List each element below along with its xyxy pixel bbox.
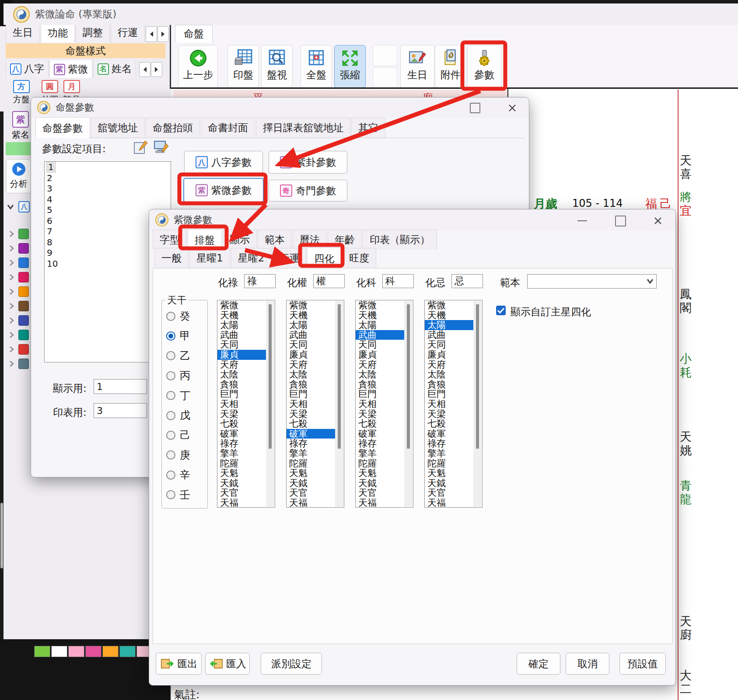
dialog2-tab-年齡[interactable]: 年齡	[328, 230, 362, 250]
star-item-破軍[interactable]: 破軍	[425, 429, 474, 439]
star-item-陀羅[interactable]: 陀羅	[356, 459, 405, 469]
star-item-天相[interactable]: 天相	[287, 399, 336, 409]
star-item-天梁[interactable]: 天梁	[217, 409, 266, 419]
star-item-太陽[interactable]: 太陽	[217, 320, 266, 330]
left-scrollbar-thumb[interactable]	[0, 503, 3, 568]
dialog2-maximize-button[interactable]	[614, 215, 627, 227]
star-item-天機[interactable]: 天機	[287, 310, 336, 320]
star-item-貪狼[interactable]: 貪狼	[356, 380, 405, 390]
star-item-貪狼[interactable]: 貪狼	[287, 380, 336, 390]
button-奇門參數[interactable]: 奇奇門參數	[269, 180, 347, 202]
tree-item[interactable]	[9, 243, 29, 254]
tab-scroll-left-button[interactable]	[146, 26, 157, 42]
style-tab-紫微[interactable]: 紫紫微	[49, 60, 92, 78]
star-item-巨門[interactable]: 巨門	[356, 389, 405, 399]
star-item-巨門[interactable]: 巨門	[287, 389, 336, 399]
toolbar-button-上一步[interactable]: 上一步	[178, 45, 218, 88]
dialog2-subtab-行運[interactable]: 行運	[272, 248, 306, 268]
star-item-七殺[interactable]: 七殺	[425, 419, 474, 429]
tree-item[interactable]	[9, 229, 29, 239]
color-swatch[interactable]	[119, 646, 136, 657]
star-item-天福[interactable]: 天福	[425, 498, 474, 508]
dialog2-tab-排盤[interactable]: 排盤	[188, 229, 222, 250]
dialog1-tab-命盤抬頭[interactable]: 命盤抬頭	[146, 118, 200, 138]
dialog1-tab-命盤參數[interactable]: 命盤參數	[35, 117, 90, 138]
edit-on-screen-icon[interactable]	[154, 139, 169, 155]
star-item-陀羅[interactable]: 陀羅	[217, 459, 266, 469]
stem-radio-甲[interactable]: 甲	[166, 329, 190, 343]
star-item-天官[interactable]: 天官	[356, 488, 405, 498]
star-item-武曲[interactable]: 武曲	[425, 330, 474, 340]
star-item-天官[interactable]: 天官	[217, 488, 266, 498]
star-item-天魁[interactable]: 天魁	[287, 468, 336, 478]
stem-radio-丁[interactable]: 丁	[166, 389, 190, 403]
list-scrollbar-thumb[interactable]	[407, 304, 410, 449]
color-swatch[interactable]	[51, 646, 67, 657]
list-scrollbar[interactable]	[266, 301, 274, 507]
star-listbox-化祿[interactable]: 紫微天機太陽武曲天同廉貞天府太陰貪狼巨門天相天梁七殺破軍祿存擎羊陀羅天魁天鉞天官…	[217, 300, 275, 508]
star-item-祿存[interactable]: 祿存	[217, 439, 266, 449]
toolbar-button-張縮[interactable]: 張縮	[334, 45, 366, 88]
star-item-天府[interactable]: 天府	[287, 360, 336, 370]
star-item-天相[interactable]: 天相	[217, 399, 266, 409]
list-scrollbar-thumb[interactable]	[269, 304, 272, 449]
dialog2-subtab-旺度[interactable]: 旺度	[342, 248, 376, 268]
star-item-陀羅[interactable]: 陀羅	[425, 459, 474, 469]
dialog2-subtab-星曜1[interactable]: 星曜1	[189, 248, 230, 268]
list-scrollbar[interactable]	[404, 301, 413, 507]
dialog2-tab-顯示[interactable]: 顯示	[223, 230, 257, 250]
tree-item[interactable]	[9, 359, 29, 369]
star-item-太陽[interactable]: 太陽	[356, 320, 405, 330]
sihua-input-化科[interactable]: 科	[382, 274, 414, 288]
star-item-七殺[interactable]: 七殺	[287, 419, 336, 429]
star-item-太陽[interactable]: 太陽	[287, 320, 336, 330]
button-匯入[interactable]: 匯入	[205, 653, 250, 675]
star-item-天機[interactable]: 天機	[356, 310, 405, 320]
star-item-七殺[interactable]: 七殺	[217, 419, 266, 429]
left-tool-方盤[interactable]: 方方盤	[10, 80, 32, 105]
star-item-擎羊[interactable]: 擎羊	[356, 449, 405, 459]
tree-item[interactable]	[9, 330, 29, 340]
sidebar-item-ziming[interactable]: 紫紫名	[10, 111, 31, 141]
tree-item[interactable]	[9, 258, 29, 268]
star-item-天機[interactable]: 天機	[217, 310, 266, 320]
style-scroll-right-button[interactable]	[151, 62, 162, 77]
toolbar-button-生日[interactable]: 生日	[400, 45, 434, 88]
dialog1-tab-命書封面[interactable]: 命書封面	[201, 118, 255, 138]
star-item-紫微[interactable]: 紫微	[287, 300, 336, 310]
star-item-天相[interactable]: 天相	[425, 399, 474, 409]
star-item-天府[interactable]: 天府	[356, 360, 405, 370]
dialog2-tab-印表（顯示）[interactable]: 印表（顯示）	[363, 230, 437, 250]
main-tab-行運[interactable]: 行運	[111, 25, 145, 42]
button-派別設定[interactable]: 派別設定	[261, 653, 322, 675]
star-item-貪狼[interactable]: 貪狼	[217, 380, 266, 390]
color-swatch[interactable]	[68, 646, 84, 657]
color-swatch[interactable]	[34, 646, 50, 657]
custom-sihua-checkbox[interactable]	[496, 305, 506, 316]
dialog2-tab-曆法[interactable]: 曆法	[293, 230, 327, 250]
star-item-擎羊[interactable]: 擎羊	[217, 449, 266, 459]
template-dropdown[interactable]	[527, 274, 657, 289]
sihua-input-化祿[interactable]: 祿	[244, 274, 276, 288]
star-item-擎羊[interactable]: 擎羊	[425, 449, 474, 459]
color-swatch[interactable]	[102, 646, 119, 657]
tree-item[interactable]	[9, 315, 29, 326]
display-use-input[interactable]: 1	[94, 379, 147, 394]
param-item-2[interactable]: 2	[45, 173, 171, 184]
star-item-廉貞[interactable]: 廉貞	[356, 350, 405, 360]
dialog2-subtab-四化[interactable]: 四化	[307, 247, 341, 268]
star-item-太陰[interactable]: 太陰	[425, 369, 474, 380]
star-item-天同[interactable]: 天同	[287, 340, 336, 350]
stem-radio-乙[interactable]: 乙	[166, 349, 190, 363]
star-item-紫微[interactable]: 紫微	[217, 300, 266, 310]
star-item-巨門[interactable]: 巨門	[217, 389, 266, 399]
dialog2-minimize-button[interactable]	[576, 215, 589, 227]
dialog1-minimize-button[interactable]	[427, 102, 440, 114]
tree-item[interactable]	[9, 344, 29, 355]
star-item-天梁[interactable]: 天梁	[425, 409, 474, 419]
button-預設值[interactable]: 預設值	[619, 653, 666, 675]
main-tab-調整[interactable]: 調整	[76, 25, 110, 42]
star-item-太陰[interactable]: 太陰	[356, 369, 405, 380]
style-scroll-left-button[interactable]	[139, 62, 150, 77]
main-tab-生日[interactable]: 生日	[6, 25, 40, 42]
